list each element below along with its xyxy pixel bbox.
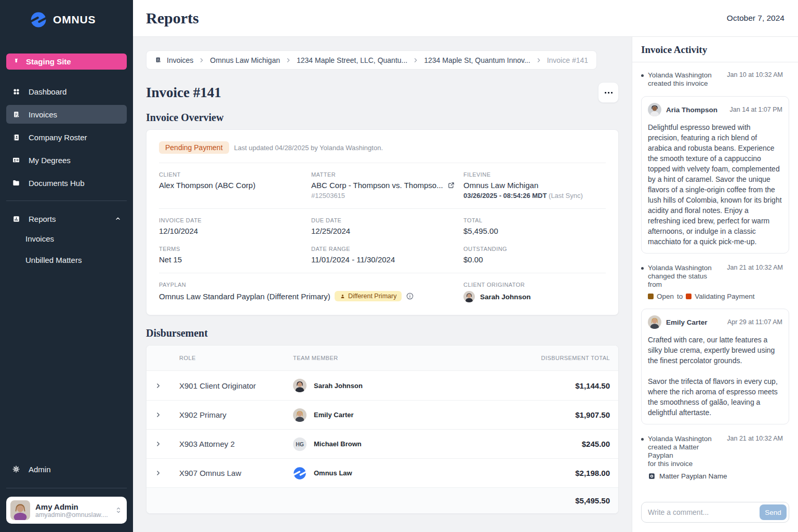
expand-row-icon[interactable]	[155, 441, 179, 447]
sidebar-item-dashboard[interactable]: Dashboard	[6, 82, 127, 101]
breadcrumb-item-org[interactable]: Omnus Law Michigan	[210, 56, 280, 64]
bar-chart-icon	[12, 215, 20, 223]
chevron-right-icon	[413, 57, 419, 63]
chevron-right-icon	[198, 57, 205, 63]
gear-icon	[12, 465, 20, 473]
total-cell: $1,144.50	[575, 381, 610, 390]
bullet-icon	[641, 267, 644, 270]
table-row[interactable]: X903 Attorney 2 HG Michael Brown $245.00	[147, 429, 618, 458]
filevine-sync-time: 03/26/2025 - 08:54:26 MDT	[463, 192, 547, 200]
disbursement-table: ROLE TEAM MEMBER DISBURSEMENT TOTAL X901…	[146, 345, 619, 514]
field-label: PAYPLAN	[159, 282, 463, 288]
invoice-overview-card: Pending Payment Last updated 04/28/2025 …	[146, 129, 619, 315]
column-header-member: TEAM MEMBER	[293, 355, 541, 361]
sidebar-divider	[6, 488, 127, 488]
date-range-value: 11/01/2024 - 11/30/2024	[311, 255, 395, 264]
sidebar-item-label: Invoices	[29, 110, 57, 119]
sidebar: OMNUS Staging Site Dashboard Invoices	[0, 0, 133, 532]
comment-author: Aria Thompson	[666, 106, 725, 114]
breadcrumb-item-invoices[interactable]: Invoices	[167, 56, 193, 64]
sidebar-item-admin[interactable]: Admin	[6, 460, 127, 478]
field-label: DATE RANGE	[311, 246, 463, 252]
dashboard-icon	[12, 87, 20, 96]
breadcrumb-item-matter[interactable]: 1234 Maple St, Quantum Innov...	[424, 56, 530, 64]
activity-action: changed the status from	[648, 272, 723, 289]
member-cell: HG Michael Brown	[293, 437, 582, 451]
sidebar-item-label: My Degrees	[29, 156, 71, 165]
member-name: Sarah Johnson	[314, 382, 363, 390]
member-cell: Omnus Law	[293, 467, 575, 480]
divider	[159, 163, 606, 163]
current-date: October 7, 2024	[727, 14, 784, 23]
activity-timestamp: Jan 21 at 10:32 AM	[727, 435, 783, 468]
expand-row-icon[interactable]	[155, 382, 179, 389]
avatar	[293, 379, 307, 392]
invoice-date-value: 12/10/2024	[159, 227, 198, 235]
status-to-label: Validating Payment	[695, 292, 754, 300]
sidebar-divider	[6, 201, 127, 201]
payplan-value: Omnus Law Standard Payplan (Different Pr…	[159, 292, 330, 301]
sidebar-item-reports[interactable]: Reports	[6, 209, 127, 228]
grand-total: $5,495.50	[575, 496, 610, 505]
payplan-record-icon	[648, 472, 656, 480]
table-row[interactable]: X902 Primary Emily Carter $1,907.50	[147, 400, 618, 429]
expand-row-icon[interactable]	[155, 470, 179, 476]
activity-entry-status-change: Yolanda Washington changed the status fr…	[641, 264, 789, 300]
sidebar-subitem-invoices[interactable]: Invoices	[6, 228, 127, 249]
comment-composer: Send	[641, 502, 789, 523]
person-icon	[340, 294, 345, 299]
field-filevine: FILEVINE Omnus Law Michigan 03/26/2025 -…	[463, 171, 606, 200]
send-button[interactable]: Send	[760, 504, 787, 520]
sidebar-subitem-unbilled-matters[interactable]: Unbilled Matters	[6, 249, 127, 271]
comment-card: Aria Thompson Jan 14 at 1:07 PM Delightf…	[641, 96, 789, 254]
invoice-title: Invoice #141	[146, 85, 221, 101]
table-row[interactable]: X901 Client Originator Sarah Johnson $1,…	[147, 371, 618, 400]
staging-site-badge[interactable]: Staging Site	[6, 54, 127, 70]
sidebar-item-documents-hub[interactable]: Documents Hub	[6, 174, 127, 192]
matter-value: ABC Corp - Thompson vs. Thompso...	[311, 181, 443, 190]
field-label: MATTER	[311, 171, 463, 178]
role-cell: X907 Omnus Law	[179, 469, 293, 477]
field-due-date: DUE DATE 12/25/2024	[311, 217, 463, 235]
status-open-swatch	[648, 294, 654, 299]
sidebar-item-company-roster[interactable]: Company Roster	[6, 128, 127, 147]
member-name: Omnus Law	[314, 469, 352, 477]
external-link-icon[interactable]	[447, 181, 455, 189]
activity-header: Invoice Activity	[632, 37, 798, 62]
field-label: DUE DATE	[311, 217, 463, 223]
section-heading-overview: Invoice Overview	[146, 112, 619, 124]
table-row[interactable]: X907 Omnus Law Omnus Law $2,198.00	[147, 458, 618, 487]
initials-avatar: HG	[293, 437, 307, 451]
comment-author: Emily Carter	[666, 318, 723, 326]
invoice-doc-icon	[155, 57, 162, 63]
divider	[159, 273, 606, 273]
expand-row-icon[interactable]	[155, 411, 179, 418]
comment-input[interactable]	[648, 508, 760, 516]
sidebar-item-invoices[interactable]: Invoices	[6, 105, 127, 124]
activity-list: Yolanda Washington created this invoice …	[632, 62, 798, 495]
field-payplan: PAYPLAN Omnus Law Standard Payplan (Diff…	[159, 282, 463, 302]
payplan-tag-label: Matter Payplan Name	[659, 472, 727, 480]
member-name: Michael Brown	[314, 440, 362, 448]
info-icon[interactable]	[406, 292, 414, 300]
more-options-button[interactable]	[598, 82, 619, 103]
terms-value: Net 15	[159, 255, 182, 264]
comment-timestamp: Jan 14 at 1:07 PM	[730, 106, 782, 113]
outstanding-value: $0.00	[463, 255, 483, 264]
originator-name: Sarah Johnson	[480, 293, 531, 301]
table-footer-row: $5,495.50	[147, 487, 618, 513]
omnus-logo-icon	[29, 10, 48, 29]
sidebar-item-label: Reports	[29, 215, 56, 223]
breadcrumb-item-client[interactable]: 1234 Maple Street, LLC, Quantu...	[297, 56, 407, 64]
last-updated-text: Last updated 04/28/2025 by Yolanda Washi…	[234, 144, 383, 152]
user-menu[interactable]: Amy Admin amyadmin@omnuslaw....	[6, 497, 127, 524]
status-validating-swatch	[686, 294, 691, 299]
activity-action: created a Matter Payplan	[648, 443, 723, 460]
sidebar-item-my-degrees[interactable]: My Degrees	[6, 151, 127, 169]
activity-action: for this invoice	[648, 460, 723, 468]
column-header-total: DISBURSEMENT TOTAL	[541, 355, 610, 361]
comment-text: Delightful espresso brewed with precisio…	[648, 122, 782, 247]
activity-actor: Yolanda Washington	[648, 435, 723, 443]
field-client: CLIENT Alex Thompson (ABC Corp)	[159, 171, 311, 200]
total-cell: $245.00	[582, 440, 610, 448]
